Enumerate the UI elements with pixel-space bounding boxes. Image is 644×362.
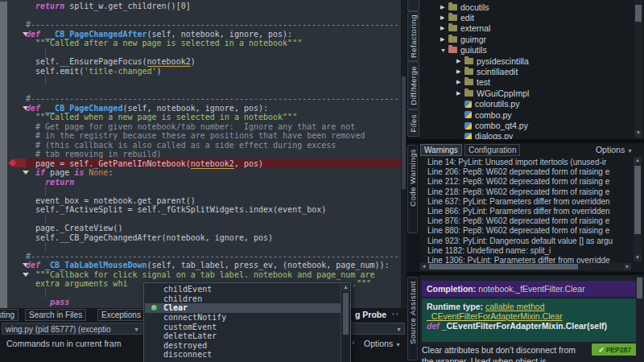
code-line[interactable]: def __CB_PageChanged(self, notebook, ign…	[26, 104, 268, 113]
warning-item[interactable]: Line 206: Pep8: W602 deprecated form of …	[427, 167, 609, 177]
warning-item[interactable]: Line 866: PyLint: Parameters differ from…	[427, 207, 610, 216]
popup-scrollbar[interactable]: ▲	[341, 283, 350, 362]
code-line[interactable]: return split_w.get_children()[0]	[26, 2, 191, 11]
code-line[interactable]: # in the registry because these are posi…	[26, 131, 365, 141]
warning-item[interactable]: Line 212: Pep8: W602 deprecated form of …	[427, 177, 609, 187]
code-line[interactable]: """Called when a new page is selected in…	[26, 113, 297, 122]
code-line[interactable]: #---------------------------------------…	[26, 94, 399, 104]
code-line[interactable]: #---------------------------------------…	[26, 252, 399, 261]
warnings-options-button[interactable]: Options ▼	[596, 145, 633, 154]
warnings-vscrollbar-thumb[interactable]	[634, 166, 641, 234]
editor-scrollbar-thumb[interactable]	[402, 76, 406, 189]
expander-closed-icon[interactable]: ▶	[440, 25, 448, 31]
warning-item[interactable]: Line 218: Pep8: W602 deprecated form of …	[427, 187, 609, 197]
tree-item[interactable]: ▶WGuiCppImpl	[456, 88, 529, 98]
tree-item[interactable]: ▶scintillaedit	[456, 66, 518, 76]
code-line[interactable]: def _CB_TabLabelMouseDown(self, tab_labe…	[26, 261, 390, 270]
autocomplete-item[interactable]: deleteLater	[145, 331, 341, 341]
autocomplete-item[interactable]: customEvent	[145, 322, 341, 331]
tab-refactoring[interactable]: Refactoring	[407, 11, 419, 61]
expand-icon[interactable]: ›	[352, 338, 354, 347]
code-line[interactable]: self.emit('title-changed')	[26, 67, 162, 76]
autocomplete-item[interactable]: disconnect	[145, 350, 341, 360]
autocomplete-item[interactable]: connectNotify	[145, 313, 341, 323]
tree-item[interactable]: ▶pysidescintilla	[456, 56, 529, 66]
tab-configuration[interactable]: Configuration	[464, 144, 520, 156]
warning-item[interactable]: Line 1182: Undefined name: split_i	[427, 246, 551, 256]
tree-item[interactable]: ▶external	[440, 23, 490, 34]
warnings-scroll-left-icon[interactable]: ◄	[420, 263, 427, 270]
autocomplete-item[interactable]: Clear	[145, 303, 341, 313]
assistant-scrollbar[interactable]	[636, 276, 643, 361]
tab-project[interactable]: P	[407, 0, 419, 11]
code-line[interactable]: def __CB_PageChangedAfter(self, notebook…	[26, 30, 292, 39]
tab-scroll-left-icon[interactable]: ‹	[410, 121, 411, 126]
tree-item[interactable]: dialogs.py	[456, 131, 513, 139]
tree-item[interactable]: combo_qt4.py	[456, 120, 528, 130]
expander-closed-icon[interactable]: ▶	[456, 90, 464, 97]
warnings-hscrollbar-thumb[interactable]	[429, 264, 578, 269]
tree-item[interactable]: ▼guiutils	[440, 45, 487, 56]
autocomplete-item[interactable]: childEvent	[145, 285, 341, 294]
expander-open-icon[interactable]: ▼	[440, 47, 448, 53]
tree-scrollbar[interactable]	[634, 0, 642, 129]
tab-scroll-right-icon[interactable]: ›	[410, 128, 411, 134]
outer-scrollbar[interactable]	[0, 0, 7, 311]
probe-prompt[interactable]: >>> def test():	[5, 352, 106, 362]
warning-item[interactable]: Line 14: PyLint: Unused import itertools…	[427, 158, 606, 167]
code-line[interactable]: extra arguments whi	[26, 279, 127, 289]
runtime-class-link[interactable]: _CEventFilterForAdapterMixin.Clear	[427, 311, 563, 321]
code-line[interactable]: self.__CB_PageChangedAfter(notebook, ign…	[26, 233, 273, 243]
code-line[interactable]: # (this callback is also called as a sid…	[26, 141, 336, 150]
tree-item[interactable]: combo.py	[456, 109, 512, 120]
warning-item[interactable]: Line 923: PyLint: Dangerous default valu…	[427, 237, 613, 246]
code-line[interactable]: return	[26, 178, 74, 187]
warnings-hscrollbar[interactable]: ◄ ►	[420, 263, 631, 270]
tree-item[interactable]: ▶edit	[440, 12, 474, 23]
autocomplete-item[interactable]: destroyed	[145, 341, 341, 351]
tab-diff-merge[interactable]: Diff/Merge	[407, 61, 419, 109]
code-line[interactable]: """Called after a new page is selected i…	[26, 39, 302, 48]
debug-target-dropdown[interactable]: wing.py (pid 85777) (exceptio ▼	[2, 323, 142, 335]
code-line[interactable]: # Get page for given notebook/tab number…	[26, 122, 355, 132]
warning-item[interactable]: Line 876: Pep8: W602 deprecated form of …	[427, 216, 609, 226]
warning-item[interactable]: Line 880: Pep8: W602 deprecated form of …	[427, 226, 609, 236]
warnings-scroll-right-icon[interactable]: ►	[624, 263, 631, 270]
project-file-tree[interactable]: ▶docutils▶edit▶external▶guimgr▼guiutils▶…	[419, 0, 644, 139]
source-assistant-vertical-tab[interactable]: Source Assistant	[407, 277, 418, 360]
expander-closed-icon[interactable]: ▶	[440, 36, 448, 43]
tree-scrollbar-thumb[interactable]	[635, 5, 642, 22]
tab-warnings[interactable]: Warnings	[420, 144, 462, 156]
tree-item[interactable]: colorutils.py	[456, 99, 519, 109]
warnings-scroll-up-icon[interactable]: ▲	[634, 157, 642, 164]
code-warnings-vertical-tab[interactable]: Code Warnings	[407, 145, 418, 233]
expander-closed-icon[interactable]: ▶	[440, 4, 448, 10]
code-line[interactable]: page._CreateView()	[26, 224, 122, 233]
probe-options-button[interactable]: Options ▼	[364, 339, 401, 348]
tree-item[interactable]: ▶test	[456, 77, 490, 88]
tree-scroll-down-icon[interactable]: ▼	[634, 130, 642, 138]
editor-scrollbar[interactable]	[401, 0, 407, 308]
code-line[interactable]: """Callback for click signal on a tab la…	[26, 270, 374, 280]
secondary-dropdown[interactable]: ▼	[348, 323, 405, 335]
bottom-tab-exceptions[interactable]: Exceptions	[97, 309, 145, 321]
expander-closed-icon[interactable]: ▶	[456, 79, 464, 85]
code-line[interactable]: #---------------------------------------…	[26, 20, 399, 30]
runtime-type-link[interactable]: callable method	[485, 302, 545, 311]
code-line[interactable]: if page is None:	[26, 168, 113, 178]
code-editor[interactable]: return split_w.get_children()[0]#-------…	[7, 0, 401, 308]
popup-scroll-up-icon[interactable]: ▲	[342, 284, 349, 291]
bottom-tab-sting[interactable]: sting	[0, 309, 19, 321]
code-line[interactable]: pass	[26, 298, 69, 307]
tab-debug-probe[interactable]: g Probe	[355, 310, 386, 319]
bottom-tab-search-in-files[interactable]: Search in Files	[25, 309, 86, 321]
popup-scrollbar-thumb[interactable]	[343, 293, 349, 335]
code-line[interactable]: page = self._GetPanelInNotebook(notebook…	[26, 159, 263, 169]
code-line[interactable]: self._fActiveSplit = self._fGtkSplitWidg…	[26, 205, 326, 215]
expander-closed-icon[interactable]: ▶	[456, 58, 464, 64]
warnings-vscrollbar[interactable]: ▲ ▼	[634, 157, 642, 261]
code-line[interactable]: event_box = notebook.get_parent()	[26, 196, 196, 206]
code-line[interactable]: self.__EnsurePageFocus(notebook2)	[26, 57, 196, 67]
expander-closed-icon[interactable]: ▶	[440, 14, 448, 21]
warning-item[interactable]: Line 637: PyLint: Parameters differ from…	[427, 197, 610, 207]
